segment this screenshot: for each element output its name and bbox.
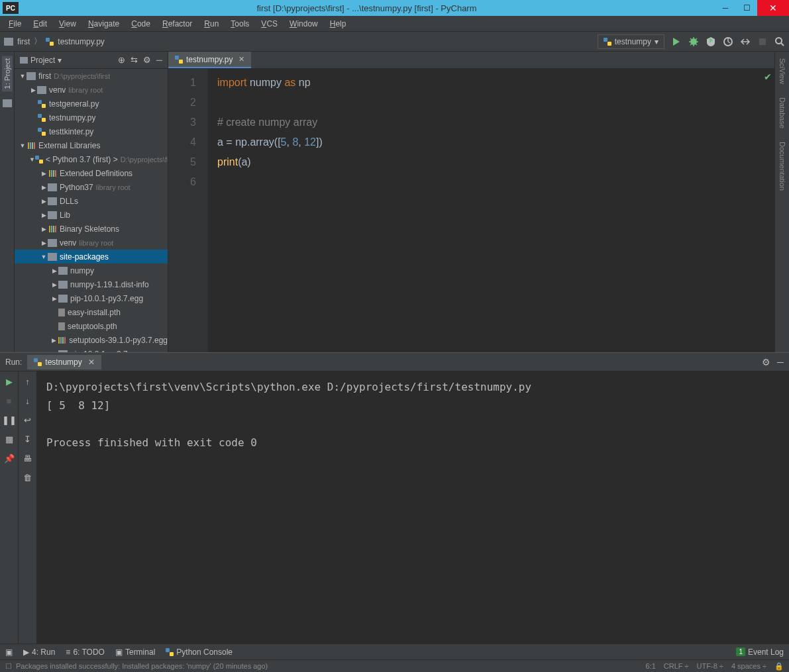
tree-arrow-icon[interactable]: ▶	[50, 337, 58, 344]
lock-icon[interactable]: 🔒	[774, 662, 784, 671]
tree-arrow-icon[interactable]: ▶	[29, 87, 37, 93]
tree-arrow-icon[interactable]: ▼	[29, 156, 35, 163]
run-icon[interactable]	[671, 36, 682, 47]
right-tab-documentation[interactable]: Documentation	[777, 139, 788, 193]
tree-arrow-icon[interactable]: ▼	[19, 142, 26, 149]
gear-icon[interactable]: ⚙	[762, 357, 770, 367]
tree-item[interactable]: testnumpy.py	[15, 111, 168, 124]
menu-code[interactable]: Code	[127, 17, 155, 30]
tree-arrow-icon[interactable]: ▶	[40, 226, 48, 232]
close-run-tab-icon[interactable]: ✕	[88, 358, 95, 367]
file-encoding[interactable]: UTF-8 ÷	[697, 662, 723, 671]
tree-item[interactable]: ▼External Libraries	[15, 138, 168, 152]
tree-item[interactable]: ▶Binary Skeletons	[15, 222, 168, 236]
folder-icon[interactable]	[3, 99, 12, 107]
tree-item[interactable]: testtkinter.py	[15, 124, 168, 138]
tree-item[interactable]: ▶Python37library root	[15, 180, 168, 194]
line-separator[interactable]: CRLF ÷	[664, 662, 689, 671]
run-output[interactable]: D:\pyprojects\first\venv\Scripts\python.…	[37, 371, 789, 644]
breadcrumb[interactable]: first 〉 testnumpy.py	[4, 36, 105, 47]
terminal-bottom-tab[interactable]: ▣ Terminal	[115, 648, 155, 657]
menu-window[interactable]: Window	[285, 17, 323, 30]
code-editor[interactable]: 123456 import numpy as np # create numpy…	[168, 69, 774, 352]
tree-arrow-icon[interactable]: ▼	[40, 254, 48, 260]
profile-icon[interactable]	[723, 36, 733, 47]
attach-icon[interactable]	[740, 36, 751, 47]
tree-item[interactable]: ▶numpy	[15, 264, 168, 277]
project-tree[interactable]: ▼firstD:\pyprojects\first▶venvlibrary ro…	[15, 69, 168, 352]
tree-item[interactable]: ▶Extended Definitions	[15, 166, 168, 180]
tree-arrow-icon[interactable]: ▶	[40, 198, 48, 205]
locate-icon[interactable]: ⊕	[118, 55, 125, 65]
menu-view[interactable]: View	[54, 17, 81, 30]
hide-icon[interactable]: ─	[777, 357, 784, 367]
editor-tab[interactable]: testnumpy.py ✕	[168, 52, 251, 68]
inspection-ok-icon[interactable]: ✔	[764, 72, 772, 82]
down-icon[interactable]: ↓	[25, 396, 30, 406]
trash-icon[interactable]: 🗑	[23, 473, 32, 483]
menu-edit[interactable]: Edit	[28, 17, 52, 30]
tree-item[interactable]: easy-install.pth	[15, 305, 168, 319]
code-content[interactable]: import numpy as np # create numpy array …	[208, 69, 774, 352]
menu-run[interactable]: Run	[199, 17, 223, 30]
run-bottom-tab[interactable]: ▶ 4: Run	[23, 648, 55, 657]
tree-item[interactable]: ▼firstD:\pyprojects\first	[15, 69, 168, 83]
tree-item[interactable]: testgeneral.py	[15, 97, 168, 111]
minimize-button[interactable]: ─	[715, 0, 736, 16]
tree-arrow-icon[interactable]: ▶	[40, 170, 48, 177]
python-console-bottom-tab[interactable]: Python Console	[166, 648, 233, 657]
wrap-icon[interactable]: ↩	[24, 415, 31, 425]
caret-position[interactable]: 6:1	[645, 662, 655, 671]
run-coverage-icon[interactable]	[706, 36, 716, 47]
tree-item[interactable]: ▶venvlibrary root	[15, 236, 168, 250]
right-tab-database[interactable]: Database	[777, 95, 788, 131]
hide-icon[interactable]: ─	[156, 55, 162, 65]
close-tab-icon[interactable]: ✕	[238, 55, 244, 64]
run-tab[interactable]: testnumpy ✕	[27, 355, 101, 369]
tree-arrow-icon[interactable]: ▶	[40, 212, 48, 218]
scroll-icon[interactable]: ↧	[24, 434, 31, 444]
tree-item[interactable]: pip-10.0.1-py3.7.egg	[15, 347, 168, 352]
tree-item[interactable]: ▶venvlibrary root	[15, 83, 168, 97]
tree-arrow-icon[interactable]: ▶	[40, 184, 48, 191]
tree-item[interactable]: ▶Lib	[15, 208, 168, 222]
tree-item[interactable]: ▶setuptools-39.1.0-py3.7.egg	[15, 333, 168, 347]
menu-file[interactable]: File	[4, 17, 26, 30]
stop-icon[interactable]	[757, 36, 768, 47]
pin-icon[interactable]: 📌	[4, 454, 15, 463]
print-icon[interactable]: 🖶	[23, 454, 32, 463]
rerun-icon[interactable]: ▶	[6, 377, 13, 387]
pause-icon[interactable]: ❚❚	[2, 415, 17, 425]
menu-refactor[interactable]: Refactor	[158, 17, 197, 30]
menu-tools[interactable]: Tools	[226, 17, 254, 30]
run-config-selector[interactable]: testnumpy ▾	[598, 34, 664, 49]
tree-arrow-icon[interactable]: ▶	[40, 240, 48, 246]
project-tab[interactable]: 1: Project	[2, 56, 13, 91]
tree-arrow-icon[interactable]: ▶	[50, 267, 58, 274]
project-view-selector[interactable]: Project ▾	[20, 56, 114, 65]
collapse-icon[interactable]: ⇆	[131, 55, 138, 65]
layout-icon[interactable]: ▦	[5, 434, 13, 444]
maximize-button[interactable]: ☐	[736, 0, 757, 16]
right-tab-sciview[interactable]: SciView	[777, 56, 788, 87]
tree-item[interactable]: ▶numpy-1.19.1.dist-info	[15, 277, 168, 291]
toggle-toolwindows-icon[interactable]: ▣	[5, 648, 13, 657]
stop-icon[interactable]: ■	[7, 396, 12, 406]
up-icon[interactable]: ↑	[25, 377, 30, 387]
menu-vcs[interactable]: VCS	[256, 17, 282, 30]
event-log-tab[interactable]: 1 Event Log	[736, 648, 784, 657]
tree-item[interactable]: ▶DLLs	[15, 194, 168, 208]
tree-arrow-icon[interactable]: ▼	[19, 73, 26, 79]
tree-item[interactable]: ▼site-packages	[15, 250, 168, 264]
indent-config[interactable]: 4 spaces ÷	[731, 662, 766, 671]
menu-help[interactable]: Help	[325, 17, 351, 30]
debug-icon[interactable]	[688, 36, 699, 47]
menu-navigate[interactable]: Navigate	[83, 17, 124, 30]
tree-item[interactable]: setuptools.pth	[15, 319, 168, 333]
tree-arrow-icon[interactable]: ▶	[50, 295, 58, 302]
search-icon[interactable]	[774, 36, 785, 47]
close-button[interactable]: ✕	[757, 0, 789, 16]
tree-arrow-icon[interactable]: ▶	[50, 281, 58, 288]
status-toggle-icon[interactable]: ☐	[5, 662, 12, 671]
tree-item[interactable]: ▶pip-10.0.1-py3.7.egg	[15, 291, 168, 305]
